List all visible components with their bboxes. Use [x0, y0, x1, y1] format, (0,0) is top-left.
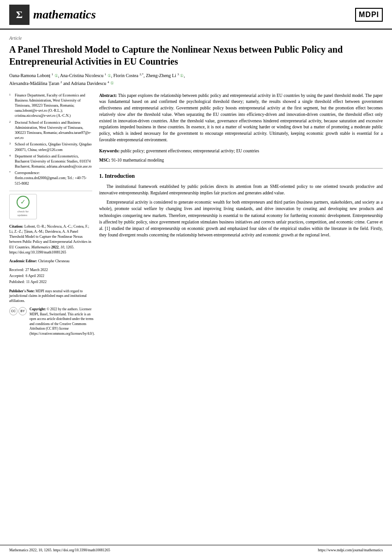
accepted-row: Accepted: 6 April 2022: [9, 273, 92, 279]
aff-num-3: 3: [9, 142, 13, 152]
abstract-text: Abstract: This paper explores the relati…: [99, 93, 383, 144]
aff-num-4: 4: [9, 154, 13, 169]
publisher-note-label: Publisher's Note:: [9, 289, 35, 293]
published-date: 11 April 2022: [26, 279, 47, 285]
content-divider: [99, 168, 383, 169]
right-column: Abstract: This paper explores the relati…: [99, 93, 383, 339]
intro-paragraph-1: The institutional framework established …: [99, 183, 383, 197]
keywords-section: Keywords: public policy; government effe…: [99, 148, 383, 155]
abstract-body: This paper explores the relationship bet…: [99, 93, 383, 142]
publisher-note: Publisher's Note: MDPI stays neutral wit…: [9, 289, 92, 304]
citation-box: Citation: Lobont, O.-R.; Nicolescu, A.-C…: [9, 224, 92, 255]
aff-num-star: *: [9, 170, 13, 186]
msc-label: MSC:: [99, 158, 110, 163]
main-content: Article A Panel Threshold Model to Captu…: [0, 30, 392, 344]
affiliation-2: 2 Doctoral School of Economics and Busin…: [9, 120, 92, 141]
authors-line: Oana-Ramona Lobonț 1 ①, Ana-Cristina Nic…: [9, 72, 383, 87]
copyright-body: © 2022 by the authors. Licensee MDPI, Ba…: [30, 307, 95, 336]
citation-label: Citation:: [9, 224, 24, 229]
published-row: Published: 11 April 2022: [9, 279, 92, 285]
author-and: and Adriana Davidescu 4: [63, 81, 109, 86]
aff-num-1: 1: [9, 93, 13, 119]
check-updates-icon: ✓: [17, 196, 30, 209]
left-column: 1 Finance Department, Faculty of Economi…: [9, 93, 92, 339]
affiliation-1: 1 Finance Department, Faculty of Economi…: [9, 93, 92, 119]
academic-editor-label: Academic Editor:: [9, 259, 37, 263]
abstract-section: Abstract: This paper explores the relati…: [99, 93, 383, 144]
cc-icons: CC BY: [9, 307, 27, 315]
author-florin: Florin Costea 2,*: [113, 73, 143, 78]
msc-section: MSC: 91-10 mathematical modeling: [99, 157, 383, 164]
published-label: Published:: [9, 279, 25, 285]
received-row: Received: 27 March 2022: [9, 267, 92, 273]
orcid-icon-2: ①: [107, 73, 111, 78]
keywords-label: Keywords:: [99, 149, 119, 153]
msc-text: 91-10 mathematical modeling: [112, 158, 164, 163]
affiliation-correspondence: * Correspondence: florin.costea.drd2000@…: [9, 170, 92, 186]
received-date: 27 March 2022: [25, 267, 48, 273]
author-zheng: Zheng-Zheng Li 3: [146, 73, 179, 78]
intro-paragraph-2: Entrepreneurial activity is considered t…: [99, 199, 383, 239]
check-updates-label: check forupdates: [18, 210, 29, 217]
accepted-label: Accepted:: [9, 273, 24, 279]
two-column-layout: 1 Finance Department, Faculty of Economi…: [9, 93, 383, 339]
footer-left-text: Mathematics 2022, 10, 1265. https://doi.…: [9, 548, 110, 553]
citation-text: Lobont, O.-R.; Nicolescu, A.-C.; Costea,…: [9, 224, 91, 254]
author-alexandra: Alexandra-Mădălina Țaran 2: [9, 81, 62, 86]
journal-title: mathematics: [33, 6, 96, 23]
sigma-icon: Σ: [9, 5, 30, 25]
affiliations-divider: [9, 191, 92, 191]
aff-num-2: 2: [9, 120, 13, 141]
orcid-icon-1: ①: [54, 73, 58, 78]
accepted-date: 6 April 2022: [25, 273, 44, 279]
orcid-icon-4: ①: [110, 81, 114, 86]
introduction-section: 1. Introduction The institutional framew…: [99, 172, 383, 238]
author-ana: Ana-Cristina Nicolescu 1: [60, 73, 106, 78]
introduction-heading: 1. Introduction: [99, 172, 383, 180]
abstract-label: Abstract:: [99, 93, 117, 98]
affiliations-block: 1 Finance Department, Faculty of Economi…: [9, 93, 92, 186]
journal-brand: Σ mathematics: [9, 5, 96, 25]
by-icon: BY: [18, 307, 27, 315]
academic-editor-box: Academic Editor: Christophe Chesneau: [9, 259, 92, 264]
copyright-label: Copyright:: [30, 307, 46, 311]
received-label: Received:: [9, 267, 24, 273]
mdpi-logo: MDPI: [355, 8, 383, 22]
page-footer: Mathematics 2022, 10, 1265. https://doi.…: [0, 545, 392, 555]
orcid-icon-3: ①: [180, 73, 184, 78]
keywords-text: public policy; government effectiveness;…: [121, 149, 259, 153]
affiliation-4: 4 Department of Statistics and Econometr…: [9, 154, 92, 169]
dates-box: Received: 27 March 2022 Accepted: 6 Apri…: [9, 267, 92, 285]
editor-name: Christophe Chesneau: [38, 259, 70, 263]
license-box: CC BY Copyright: © 2022 by the authors. …: [9, 307, 92, 336]
article-label: Article: [9, 35, 383, 42]
cc-icon: CC: [9, 307, 18, 315]
author-oana: Oana-Ramona Lobonț 1: [9, 73, 53, 78]
affiliation-3: 3 School of Economics, Qingdao Universit…: [9, 142, 92, 152]
page-header: Σ mathematics MDPI: [0, 0, 392, 30]
footer-right-text: https://www.mdpi.com/journal/mathematics: [318, 548, 383, 553]
paper-title: A Panel Threshold Model to Capture the N…: [9, 43, 383, 67]
copyright-text: Copyright: © 2022 by the authors. Licens…: [30, 307, 95, 336]
check-updates-badge: ✓ check forupdates: [9, 194, 37, 219]
